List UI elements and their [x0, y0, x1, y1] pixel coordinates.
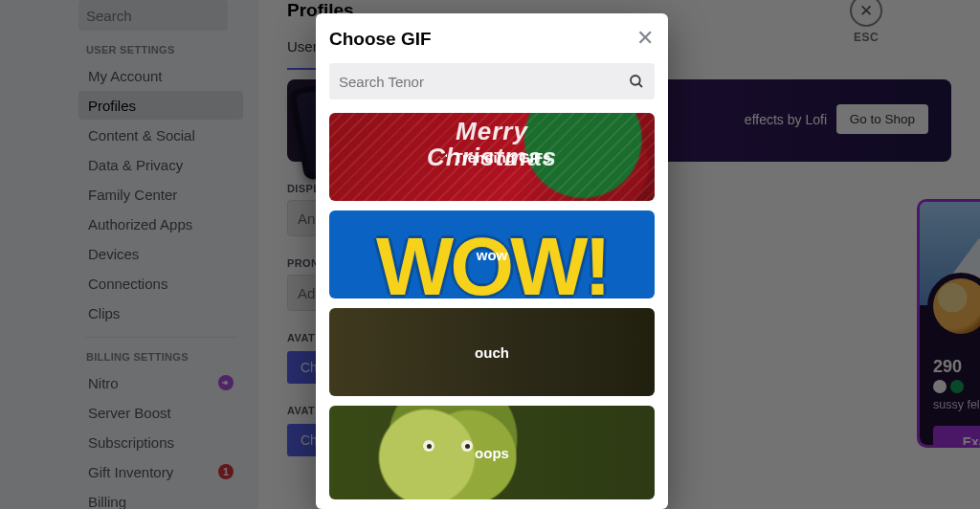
- svg-point-4: [631, 76, 640, 85]
- gif-tile-wow[interactable]: WOW! wow: [329, 210, 655, 299]
- trending-icon: [434, 149, 449, 165]
- gif-tile-label: ouch: [475, 344, 509, 361]
- search-icon: [628, 73, 645, 90]
- gif-tile-label: wow: [477, 247, 508, 263]
- gif-tile-trending[interactable]: Merry Christmas Trending GIFs: [329, 113, 655, 201]
- gif-tile-ouch[interactable]: ouch: [329, 308, 655, 396]
- gif-search-input[interactable]: [339, 74, 620, 90]
- gif-tile-oops[interactable]: oops: [329, 406, 655, 499]
- modal-close-button[interactable]: ✕: [634, 27, 657, 50]
- choose-gif-modal: Choose GIF ✕ Merry Christmas Trending GI…: [316, 13, 668, 509]
- gif-tile-label: oops: [475, 445, 509, 461]
- modal-title: Choose GIF: [329, 29, 655, 50]
- svg-line-5: [638, 83, 642, 87]
- gif-tile-label: Trending GIFs: [455, 149, 551, 166]
- gif-category-list: Merry Christmas Trending GIFs WOW! wow o…: [329, 113, 655, 499]
- gif-search[interactable]: [329, 63, 655, 100]
